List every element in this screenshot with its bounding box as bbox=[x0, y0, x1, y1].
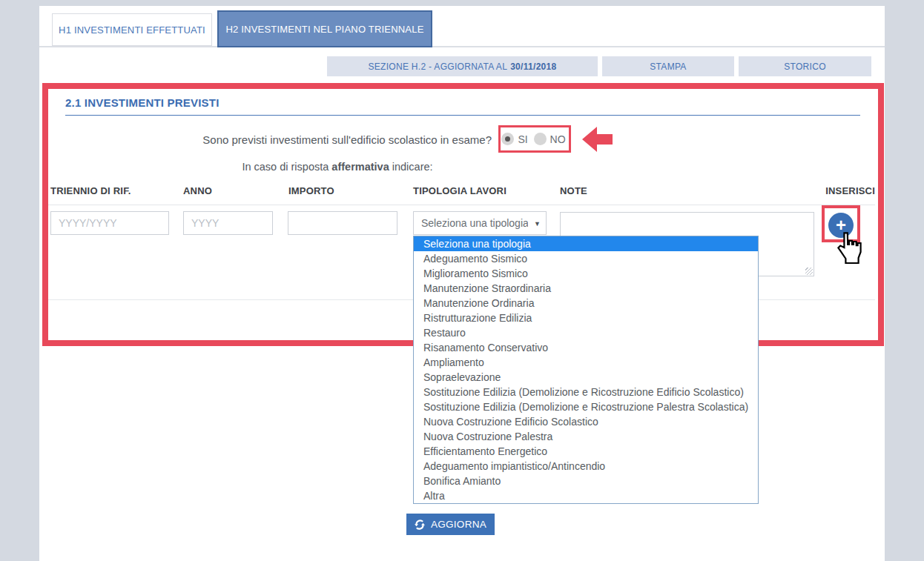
stampa-button[interactable]: STAMPA bbox=[602, 56, 734, 76]
dropdown-option[interactable]: Sopraelevazione bbox=[414, 370, 758, 385]
dropdown-option[interactable]: Sostituzione Edilizia (Demolizione e Ric… bbox=[414, 399, 758, 414]
resize-grip-icon[interactable] bbox=[805, 268, 813, 275]
radio-no[interactable] bbox=[534, 133, 547, 145]
dropdown-option[interactable]: Altra bbox=[414, 488, 758, 503]
refresh-icon bbox=[415, 519, 425, 530]
annotation-arrow-icon bbox=[581, 126, 613, 156]
hint-prefix: In caso di risposta bbox=[242, 161, 331, 173]
table-header-divider bbox=[48, 205, 875, 205]
dropdown-option[interactable]: Sostituzione Edilizia (Demolizione e Ric… bbox=[414, 385, 758, 399]
aggiorna-label: AGGIORNA bbox=[431, 519, 486, 530]
section-status-button[interactable]: SEZIONE H.2 - AGGIORNATA AL 30/11/2018 bbox=[327, 56, 598, 76]
tabs-divider bbox=[39, 46, 885, 47]
tab-h2-investimenti-piano-triennale[interactable]: H2 INVESTIMENTI NEL PIANO TRIENNALE bbox=[217, 10, 432, 47]
hint-bold: affermativa bbox=[331, 161, 389, 173]
section-title-underline bbox=[65, 115, 860, 116]
triennio-input[interactable] bbox=[50, 211, 169, 235]
page-background-left bbox=[0, 0, 39, 561]
radio-group-highlight-box: SI NO bbox=[498, 125, 571, 153]
importo-input[interactable] bbox=[288, 211, 397, 235]
hint-suffix: indicare: bbox=[389, 161, 433, 173]
dropdown-option[interactable]: Seleziona una tipologia bbox=[414, 236, 758, 251]
header-note: NOTE bbox=[560, 185, 587, 196]
dropdown-option[interactable]: Manutenzione Straordinaria bbox=[414, 281, 758, 296]
header-importo: IMPORTO bbox=[288, 185, 334, 196]
radio-si[interactable] bbox=[501, 133, 514, 145]
dropdown-option[interactable]: Manutenzione Ordinaria bbox=[414, 296, 758, 311]
hint-text: In caso di risposta affermativa indicare… bbox=[178, 161, 497, 173]
page: H1 INVESTIMENTI EFFETTUATI H2 INVESTIMEN… bbox=[0, 0, 924, 561]
chevron-down-icon: ▼ bbox=[534, 220, 541, 228]
page-background-top bbox=[0, 0, 924, 6]
section-status-date: 30/11/2018 bbox=[510, 62, 556, 72]
dropdown-option[interactable]: Bonifica Amianto bbox=[414, 474, 758, 488]
dropdown-option[interactable]: Nuova Costruzione Edificio Scolastico bbox=[414, 414, 758, 429]
dropdown-option[interactable]: Restauro bbox=[414, 325, 758, 340]
dropdown-option[interactable]: Adeguamento Sismico bbox=[414, 251, 758, 266]
dropdown-option[interactable]: Risanamento Conservativo bbox=[414, 340, 758, 355]
header-inserisci: INSERISCI bbox=[816, 185, 875, 196]
dropdown-option[interactable]: Adeguamento impiantistico/Antincendio bbox=[414, 459, 758, 474]
aggiorna-button[interactable]: AGGIORNA bbox=[406, 514, 495, 535]
radio-no-label: NO bbox=[550, 133, 566, 145]
header-triennio: TRIENNIO DI RIF. bbox=[50, 185, 131, 196]
section-status-text: SEZIONE H.2 - AGGIORNATA AL bbox=[368, 62, 507, 72]
dropdown-option[interactable]: Ampliamento bbox=[414, 355, 758, 370]
cursor-hand-icon bbox=[835, 231, 863, 268]
dropdown-option[interactable]: Efficientamento Energetico bbox=[414, 444, 758, 459]
section-title: 2.1 INVESTIMENTI PREVISTI bbox=[65, 96, 220, 109]
tipologia-select[interactable]: Seleziona una tipologia ▼ bbox=[413, 211, 547, 235]
header-tipologia: TIPOLOGIA LAVORI bbox=[413, 185, 506, 196]
anno-input[interactable] bbox=[183, 211, 273, 235]
dropdown-option[interactable]: Ristrutturazione Edilizia bbox=[414, 311, 758, 325]
investments-question: Sono previsti investimenti sull'edificio… bbox=[65, 133, 492, 146]
tipologia-select-value: Seleziona una tipologia bbox=[421, 217, 528, 229]
dropdown-option[interactable]: Nuova Costruzione Palestra bbox=[414, 429, 758, 444]
tipologia-dropdown: Seleziona una tipologiaAdeguamento Sismi… bbox=[413, 236, 759, 504]
header-anno: ANNO bbox=[183, 185, 212, 196]
storico-button[interactable]: STORICO bbox=[739, 56, 871, 76]
radio-si-label: SI bbox=[518, 133, 527, 145]
page-background-right bbox=[885, 0, 924, 561]
dropdown-option[interactable]: Miglioramento Sismico bbox=[414, 266, 758, 281]
tab-h1-investimenti-effettuati[interactable]: H1 INVESTIMENTI EFFETTUATI bbox=[52, 13, 212, 46]
